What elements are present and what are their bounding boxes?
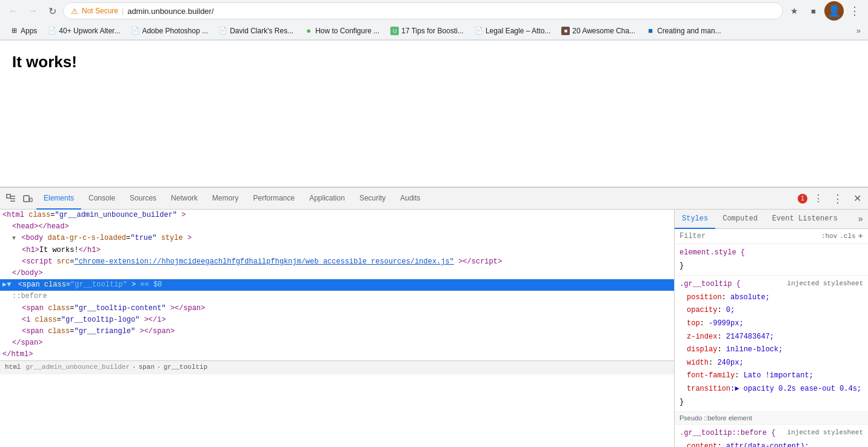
filter-hov-button[interactable]: :hov <box>821 233 837 240</box>
extensions-button[interactable]: ■ <box>805 2 822 19</box>
photoshop-icon: 📄 <box>131 27 139 35</box>
bookmark-legal[interactable]: 📄 Legal Eagle – Atto... <box>470 25 555 36</box>
bookmark-creating-label: Creating and man... <box>657 27 721 35</box>
error-badge-button[interactable]: 1 <box>798 194 807 204</box>
dom-line[interactable]: <html class="gr__admin_unbounce_builder"… <box>0 210 674 221</box>
svg-rect-5 <box>30 198 32 202</box>
bookmark-configure-label: How to Configure ... <box>315 27 379 35</box>
devtools-panel: Elements Console Sources Network Memory … <box>0 187 868 447</box>
tips-icon: U <box>390 27 399 35</box>
styles-tab-styles[interactable]: Styles <box>675 210 715 229</box>
bookmark-photoshop[interactable]: 📄 Adobe Photoshop ... <box>126 25 213 36</box>
dom-line[interactable]: <script src="chrome-extension://hhojmcid… <box>0 256 674 268</box>
styles-tab-event-listeners[interactable]: Event Listeners <box>765 210 845 229</box>
tab-audits[interactable]: Audits <box>393 188 427 210</box>
tab-application[interactable]: Application <box>302 188 352 210</box>
styles-tabs: Styles Computed Event Listeners » <box>675 210 868 229</box>
back-button[interactable]: ← <box>5 2 22 19</box>
bookmark-tips-label: 17 Tips for Boosti... <box>401 27 464 35</box>
tab-security[interactable]: Security <box>352 188 393 210</box>
nav-icons: ★ ■ 👤 ⋮ <box>786 1 863 21</box>
svg-rect-4 <box>24 196 29 202</box>
filter-cls-button[interactable]: .cls <box>840 233 855 240</box>
devtools-toolbar: Elements Console Sources Network Memory … <box>0 188 868 210</box>
apps-icon: ⊞ <box>10 27 18 35</box>
bookmark-apps-label: Apps <box>21 27 37 35</box>
bookmark-upwork-label: 40+ Upwork Alter... <box>59 27 120 35</box>
dom-line-selected[interactable]: ▶▼ <span class="gr__tooltip" > == $0 <box>0 279 674 291</box>
devtools-more-button[interactable]: ⋮ <box>829 190 846 207</box>
add-style-button[interactable]: + <box>858 231 863 241</box>
bookmark-legal-label: Legal Eagle – Atto... <box>486 27 550 35</box>
dom-line[interactable]: ::before <box>0 291 674 302</box>
device-toggle-button[interactable] <box>19 190 36 207</box>
awesome-icon: ■ <box>561 27 570 35</box>
creating-icon: ■ <box>646 27 655 35</box>
forward-button[interactable]: → <box>24 2 41 19</box>
legal-icon: 📄 <box>475 27 483 35</box>
triangle-icon[interactable]: ▼ <box>12 235 16 242</box>
tab-network[interactable]: Network <box>164 188 205 210</box>
dom-line[interactable]: <span class="gr__tooltip-content" ></spa… <box>0 303 674 314</box>
bookmark-creating[interactable]: ■ Creating and man... <box>641 25 726 36</box>
dom-line[interactable]: <h1>It works!</h1> <box>0 245 674 256</box>
styles-filter-input[interactable] <box>679 232 819 240</box>
svg-rect-0 <box>7 194 10 198</box>
bookmark-apps[interactable]: ⊞ Apps <box>5 25 42 36</box>
error-count: 1 <box>798 194 807 204</box>
page-content: It works! <box>0 41 868 187</box>
tab-memory[interactable]: Memory <box>205 188 245 210</box>
tag: <html <box>2 211 24 219</box>
filter-row: :hov .cls + <box>675 229 868 244</box>
bookmark-david-clark[interactable]: 📄 David Clark's Res... <box>214 25 298 36</box>
david-clark-icon: 📄 <box>219 27 227 35</box>
dom-line[interactable]: <i class="gr__tooltip-logo" ></i> <box>0 314 674 326</box>
dom-line[interactable]: </span> <box>0 337 674 349</box>
bookmark-tips[interactable]: U 17 Tips for Boosti... <box>386 25 469 36</box>
css-rule-gr-tooltip-before: .gr__tooltip::before { injected styleshe… <box>675 425 868 447</box>
dom-line[interactable]: </body> <box>0 268 674 279</box>
reload-button[interactable]: ↻ <box>44 2 61 19</box>
css-rule-element-style: element.style { } <box>675 244 868 276</box>
dom-line[interactable]: </html> <box>0 349 674 360</box>
upwork-icon: 📄 <box>48 27 56 35</box>
tab-performance[interactable]: Performance <box>245 188 302 210</box>
bookmark-photoshop-label: Adobe Photoshop ... <box>142 27 208 35</box>
page-heading: It works! <box>12 53 856 71</box>
dom-line[interactable]: ▼ <body data-gr-c-s-loaded="true" style … <box>0 233 674 244</box>
devtools-tabs: Elements Console Sources Network Memory … <box>36 188 798 210</box>
devtools-close-button[interactable]: ✕ <box>849 190 866 207</box>
bookmark-upwork[interactable]: 📄 40+ Upwork Alter... <box>43 25 125 36</box>
bookmark-awesome-label: 20 Awesome Cha... <box>572 27 635 35</box>
bookmark-awesome[interactable]: ■ 20 Awesome Cha... <box>556 25 640 36</box>
styles-more-button[interactable]: » <box>853 210 868 228</box>
styles-tab-computed[interactable]: Computed <box>715 210 765 229</box>
configure-icon: ● <box>304 27 313 35</box>
nav-bar: ← → ↻ ⚠ Not Secure | admin.unbounce.buil… <box>0 0 868 22</box>
devtools-toolbar-right: 1 ⋮ ⋮ ✕ <box>798 190 866 207</box>
bookmarks-more-button[interactable]: » <box>854 25 863 36</box>
styles-panel: Styles Computed Event Listeners » :hov .… <box>675 210 868 447</box>
address-bar[interactable]: ⚠ Not Secure | admin.unbounce.builder/ <box>63 2 783 19</box>
bookmark-configure[interactable]: ● How to Configure ... <box>299 25 384 36</box>
inspect-element-button[interactable] <box>2 190 19 207</box>
dom-line[interactable]: <head></head> <box>0 221 674 233</box>
star-button[interactable]: ★ <box>786 2 803 19</box>
not-secure-label: Not Secure <box>82 7 118 15</box>
css-rule-gr-tooltip: .gr__tooltip { injected stylesheet posit… <box>675 276 868 412</box>
more-button[interactable]: ⋮ <box>846 2 863 19</box>
dom-line[interactable]: <span class="gr__triangle" ></span> <box>0 326 674 337</box>
lock-icon: ⚠ <box>71 7 78 16</box>
browser-chrome: ← → ↻ ⚠ Not Secure | admin.unbounce.buil… <box>0 0 868 41</box>
tab-sources[interactable]: Sources <box>122 188 164 210</box>
devtools-settings-button[interactable]: ⋮ <box>810 190 827 207</box>
tab-elements[interactable]: Elements <box>36 188 81 210</box>
bookmarks-bar: ⊞ Apps 📄 40+ Upwork Alter... 📄 Adobe Pho… <box>0 22 868 40</box>
devtools-main: <html class="gr__admin_unbounce_builder"… <box>0 210 868 447</box>
address-text: admin.unbounce.builder/ <box>127 7 775 16</box>
pseudo-element-header: Pseudo ::before element <box>675 412 868 425</box>
account-button[interactable]: 👤 <box>824 1 844 21</box>
bookmark-david-clark-label: David Clark's Res... <box>230 27 293 35</box>
tab-console[interactable]: Console <box>81 188 122 210</box>
dom-panel[interactable]: <html class="gr__admin_unbounce_builder"… <box>0 210 675 447</box>
